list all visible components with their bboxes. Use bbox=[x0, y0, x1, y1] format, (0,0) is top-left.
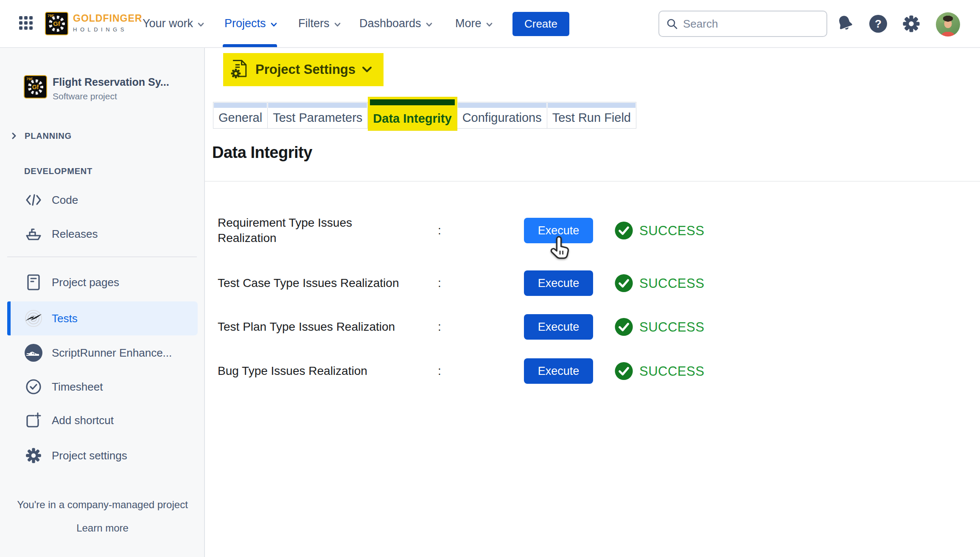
nav-projects[interactable]: Projects bbox=[224, 0, 277, 47]
app-switcher-icon[interactable] bbox=[19, 16, 33, 31]
nav-more[interactable]: More bbox=[455, 0, 493, 47]
chevron-right-icon bbox=[10, 132, 18, 140]
sidebar-item-tests[interactable]: Tests bbox=[7, 301, 198, 335]
execute-button[interactable]: Execute bbox=[524, 270, 593, 296]
section-planning[interactable]: PLANNING bbox=[10, 127, 72, 145]
bell-icon bbox=[833, 11, 858, 37]
search-input[interactable] bbox=[683, 17, 810, 31]
chevron-down-icon bbox=[486, 22, 493, 28]
row-separator: : bbox=[438, 320, 441, 334]
status-text: SUCCESS bbox=[639, 223, 704, 238]
row-status: SUCCESS bbox=[614, 274, 704, 293]
project-settings-label: Project Settings bbox=[255, 62, 356, 77]
create-button[interactable]: Create bbox=[512, 12, 569, 36]
project-name: Flight Reservation Sy... bbox=[53, 76, 169, 88]
main-content: Project Settings General Test Parameters… bbox=[205, 48, 980, 557]
page-title: Data Integrity bbox=[212, 143, 312, 162]
row-status: SUCCESS bbox=[614, 221, 704, 240]
sidebar-item-releases[interactable]: Releases bbox=[0, 217, 205, 251]
success-check-icon bbox=[614, 221, 633, 240]
brand-block: GOLDFINGER HOLDINGS bbox=[73, 13, 142, 33]
help-icon: ? bbox=[869, 15, 887, 33]
nav-your-work[interactable]: Your work bbox=[143, 0, 204, 47]
success-check-icon bbox=[614, 318, 633, 337]
gear-icon bbox=[24, 446, 43, 465]
chevron-down-icon bbox=[270, 22, 277, 28]
row-label: Bug Type Issues Realization bbox=[218, 363, 367, 379]
row-label: Requirement Type Issues Realization bbox=[218, 215, 387, 246]
document-gear-icon bbox=[230, 59, 249, 80]
tests-zephyr-icon bbox=[24, 309, 43, 328]
logo-monogram: Gf bbox=[53, 20, 60, 27]
status-text: SUCCESS bbox=[639, 276, 704, 291]
execute-button[interactable]: Execute bbox=[524, 358, 593, 384]
nav-filters[interactable]: Filters bbox=[298, 0, 341, 47]
company-managed-note: You're in a company-managed project bbox=[0, 499, 205, 511]
sidebar-item-project-settings[interactable]: Project settings bbox=[0, 439, 205, 473]
notifications-button[interactable] bbox=[834, 13, 856, 35]
sidebar-item-timesheet[interactable]: Timesheet bbox=[0, 370, 205, 404]
section-development: DEVELOPMENT bbox=[24, 162, 92, 180]
content-divider bbox=[205, 181, 980, 182]
sidebar-item-scriptrunner[interactable]: ScriptRunner Enhance... bbox=[0, 336, 205, 370]
brand-subtitle: HOLDINGS bbox=[73, 26, 142, 33]
integrity-row-test-plan: Test Plan Type Issues Realization : Exec… bbox=[205, 314, 980, 340]
row-label: Test Plan Type Issues Realization bbox=[218, 319, 395, 335]
status-text: SUCCESS bbox=[639, 363, 704, 379]
project-type: Software project bbox=[53, 91, 117, 101]
project-settings-dropdown[interactable]: Project Settings bbox=[223, 53, 384, 86]
chevron-down-icon bbox=[426, 22, 433, 28]
scriptrunner-sneaker-icon bbox=[24, 343, 43, 362]
logo-emblem-icon: Gf bbox=[49, 16, 65, 32]
project-logo-emblem-icon: Gf bbox=[28, 79, 43, 95]
settings-button[interactable] bbox=[900, 13, 922, 35]
learn-more-link[interactable]: Learn more bbox=[0, 522, 205, 534]
row-separator: : bbox=[438, 224, 441, 237]
top-navigation: 79F Gf GOLDFINGER HOLDINGS Your work Pro… bbox=[0, 0, 980, 48]
selected-indicator bbox=[7, 301, 11, 335]
tab-test-parameters[interactable]: Test Parameters bbox=[268, 102, 368, 129]
row-status: SUCCESS bbox=[614, 318, 704, 337]
help-button[interactable]: ? bbox=[867, 13, 889, 35]
sidebar: 79F Gf Flight Reservation Sy... Software… bbox=[0, 48, 205, 557]
integrity-row-test-case: Test Case Type Issues Realization : Exec… bbox=[205, 270, 980, 296]
success-check-icon bbox=[614, 362, 633, 381]
tab-general[interactable]: General bbox=[213, 102, 268, 129]
tab-configurations[interactable]: Configurations bbox=[457, 102, 547, 129]
row-status: SUCCESS bbox=[614, 362, 704, 381]
project-avatar: 79F Gf bbox=[24, 75, 47, 98]
sidebar-item-project-pages[interactable]: Project pages bbox=[0, 265, 205, 299]
nav-dashboards[interactable]: Dashboards bbox=[359, 0, 433, 47]
square-plus-icon bbox=[24, 411, 43, 430]
success-check-icon bbox=[614, 274, 633, 293]
chevron-down-icon bbox=[334, 22, 341, 28]
ship-icon bbox=[24, 225, 43, 243]
sidebar-item-code[interactable]: Code bbox=[0, 183, 205, 217]
integrity-row-requirement: Requirement Type Issues Realization : Ex… bbox=[205, 218, 980, 243]
search-box[interactable] bbox=[658, 11, 827, 37]
gear-icon bbox=[902, 14, 921, 34]
settings-tabs: General Test Parameters Data Integrity C… bbox=[213, 102, 636, 131]
tab-test-run-field[interactable]: Test Run Field bbox=[547, 102, 636, 129]
hand-cursor-icon bbox=[547, 236, 573, 264]
check-circle-icon bbox=[24, 377, 43, 396]
page-icon bbox=[24, 273, 43, 292]
user-avatar[interactable] bbox=[936, 12, 960, 37]
chevron-down-icon bbox=[361, 66, 372, 73]
tab-data-integrity[interactable]: Data Integrity bbox=[368, 97, 457, 131]
chevron-down-icon bbox=[197, 22, 204, 28]
active-nav-underline bbox=[223, 44, 277, 47]
code-icon bbox=[24, 191, 43, 209]
integrity-row-bug: Bug Type Issues Realization : Execute SU… bbox=[205, 358, 980, 384]
search-icon bbox=[666, 18, 678, 30]
company-logo[interactable]: 79F Gf bbox=[45, 12, 68, 35]
row-separator: : bbox=[438, 364, 441, 378]
row-separator: : bbox=[438, 276, 441, 290]
status-text: SUCCESS bbox=[639, 319, 704, 335]
sidebar-item-add-shortcut[interactable]: Add shortcut bbox=[0, 403, 205, 437]
brand-name: GOLDFINGER bbox=[73, 13, 142, 24]
row-label: Test Case Type Issues Realization bbox=[218, 276, 399, 291]
grid-icon bbox=[19, 16, 33, 30]
execute-button[interactable]: Execute bbox=[524, 314, 593, 340]
sidebar-divider bbox=[7, 256, 197, 257]
